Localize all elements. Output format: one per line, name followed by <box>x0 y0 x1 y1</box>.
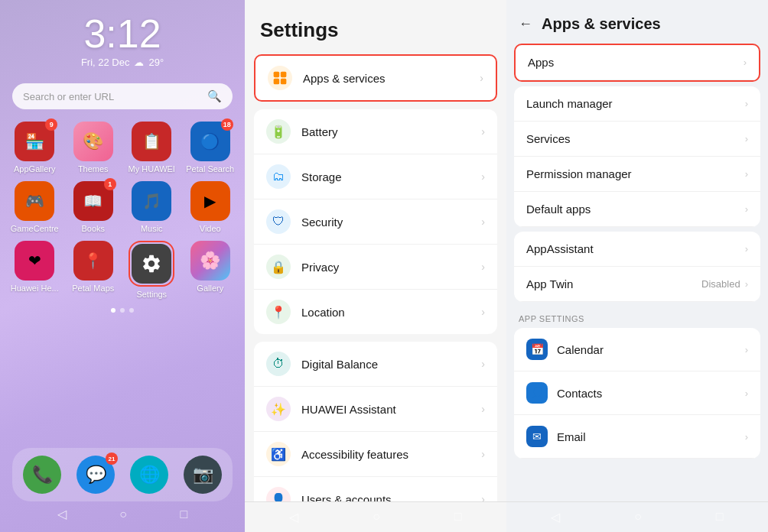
nav-recent[interactable]: □ <box>181 508 188 521</box>
nav-home[interactable]: ○ <box>119 508 127 521</box>
apps-nav-back[interactable]: ◁ <box>551 510 560 524</box>
svg-rect-0 <box>274 72 280 78</box>
settings-item[interactable]: 👤Users & accounts› <box>254 477 497 501</box>
settings-item[interactable]: ⏱Digital Balance› <box>254 342 497 387</box>
apps-item-value: Disabled <box>701 278 740 290</box>
apps-item[interactable]: App TwinDisabled› <box>514 267 760 302</box>
apps-item[interactable]: 👤Contacts› <box>514 371 760 415</box>
apps-item[interactable]: Apps› <box>516 45 759 80</box>
app-label: Petal Maps <box>72 284 114 293</box>
settings-nav-recent[interactable]: □ <box>454 510 462 524</box>
status-bar: 3:12 Fri, 22 Dec ☁ 29° <box>0 0 245 68</box>
app-label: Themes <box>78 164 109 174</box>
app-label: My HUAWEI <box>129 164 175 174</box>
search-placeholder: Search or enter URL <box>23 91 114 102</box>
apps-back-button[interactable]: ← <box>519 16 532 32</box>
settings-item[interactable]: 🔒Privacy› <box>254 245 497 290</box>
apps-item[interactable]: Permission manager› <box>514 157 760 192</box>
apps-group: Apps› <box>514 44 760 82</box>
app-badge: 9 <box>45 118 57 131</box>
apps-item-label: App Twin <box>526 277 701 290</box>
app-label: Settings <box>136 290 167 299</box>
settings-item-label: Users & accounts <box>301 493 481 502</box>
app-label: AppGallery <box>14 164 55 174</box>
search-bar[interactable]: Search or enter URL 🔍 <box>12 83 233 109</box>
settings-panel: Settings Apps & services›🔋Battery›🗂Stora… <box>245 0 506 532</box>
settings-item-icon: ⏱ <box>266 352 291 376</box>
app-item[interactable]: ▶Video <box>185 181 236 233</box>
apps-group: 📅Calendar›👤Contacts›✉Email› <box>514 328 760 459</box>
apps-chevron-icon: › <box>745 243 748 255</box>
apps-chevron-icon: › <box>745 278 748 290</box>
app-item[interactable]: 🎵Music <box>126 181 177 233</box>
section-label: APP SETTINGS <box>506 307 768 328</box>
nav-back[interactable]: ◁ <box>57 507 67 521</box>
app-item[interactable]: ❤Huawei He... <box>9 241 60 299</box>
apps-item[interactable]: AppAssistant› <box>514 232 760 267</box>
app-setting-icon: 👤 <box>526 382 548 404</box>
phone-dock: 📞💬21🌐📷 <box>12 448 233 501</box>
app-grid: 🏪9AppGallery🎨Themes📋My HUAWEI🔵18Petal Se… <box>0 109 245 299</box>
apps-item[interactable]: 📅Calendar› <box>514 328 760 371</box>
apps-group: Launch manager›Services›Permission manag… <box>514 86 760 227</box>
settings-item[interactable]: 🛡Security› <box>254 200 497 245</box>
settings-item-icon: 🔋 <box>266 119 291 144</box>
apps-item[interactable]: ✉Email› <box>514 415 760 459</box>
settings-item-label: Security <box>301 216 481 229</box>
settings-item[interactable]: Apps & services› <box>255 56 496 100</box>
apps-nav-home[interactable]: ○ <box>634 510 642 524</box>
settings-chevron-icon: › <box>481 448 485 460</box>
apps-item-label: AppAssistant <box>526 242 745 255</box>
apps-header: ← Apps & services <box>506 0 768 44</box>
app-label: Petal Search <box>186 164 234 174</box>
apps-item[interactable]: Launch manager› <box>514 86 760 122</box>
settings-group: ⏱Digital Balance›✨HUAWEI Assistant›♿Acce… <box>254 342 497 501</box>
settings-nav-home[interactable]: ○ <box>373 510 380 524</box>
phone-nav: ◁ ○ □ <box>0 504 245 524</box>
settings-item[interactable]: 🗂Storage› <box>254 154 497 200</box>
app-badge: 1 <box>104 178 116 190</box>
settings-item[interactable]: 🔋Battery› <box>254 109 497 154</box>
app-label: Huawei He... <box>11 284 59 293</box>
settings-nav-back[interactable]: ◁ <box>289 510 298 524</box>
app-setting-icon: 📅 <box>526 339 548 360</box>
dock-item[interactable]: 📷 <box>184 456 222 494</box>
dock-item[interactable]: 📞 <box>23 456 61 494</box>
dock-item[interactable]: 🌐 <box>130 456 168 494</box>
dock-item[interactable]: 💬21 <box>76 456 115 494</box>
settings-header: Settings <box>245 0 506 54</box>
app-label: Music <box>141 224 163 233</box>
app-item[interactable]: 📍Petal Maps <box>68 241 119 299</box>
settings-item[interactable]: ✨HUAWEI Assistant› <box>254 387 497 432</box>
apps-chevron-icon: › <box>745 168 748 180</box>
apps-chevron-icon: › <box>745 431 748 443</box>
app-setting-icon: ✉ <box>526 426 548 447</box>
apps-nav-recent[interactable]: □ <box>716 510 724 524</box>
app-item[interactable]: 🌸Gallery <box>185 241 236 299</box>
settings-chevron-icon: › <box>481 493 485 501</box>
app-item[interactable]: Settings <box>126 241 177 299</box>
app-item[interactable]: 🔵18Petal Search <box>185 122 236 174</box>
app-item[interactable]: 🏪9AppGallery <box>9 122 60 174</box>
app-item[interactable]: 📋My HUAWEI <box>126 122 177 174</box>
settings-item-icon <box>268 66 292 90</box>
settings-chevron-icon: › <box>481 358 485 370</box>
apps-item[interactable]: Default apps› <box>514 192 760 227</box>
apps-group: AppAssistant›App TwinDisabled› <box>514 232 760 302</box>
phone-date: Fri, 22 Dec ☁ 29° <box>81 57 164 68</box>
apps-item[interactable]: Services› <box>514 122 760 157</box>
app-item[interactable]: 🎨Themes <box>68 122 119 174</box>
apps-chevron-icon: › <box>745 133 748 144</box>
settings-chevron-icon: › <box>481 403 485 415</box>
settings-item[interactable]: 📍Location› <box>254 290 497 334</box>
apps-chevron-icon: › <box>745 388 748 399</box>
settings-item-icon: 🛡 <box>266 209 291 234</box>
svg-rect-2 <box>274 79 280 85</box>
app-item[interactable]: 📖1Books <box>68 181 119 233</box>
settings-item-icon: ♿ <box>266 442 291 466</box>
settings-item-icon: 👤 <box>266 487 291 501</box>
settings-item[interactable]: ♿Accessibility features› <box>254 432 497 477</box>
settings-chevron-icon: › <box>481 125 485 138</box>
app-badge: 18 <box>221 118 233 131</box>
app-item[interactable]: 🎮GameCentre <box>9 181 60 233</box>
